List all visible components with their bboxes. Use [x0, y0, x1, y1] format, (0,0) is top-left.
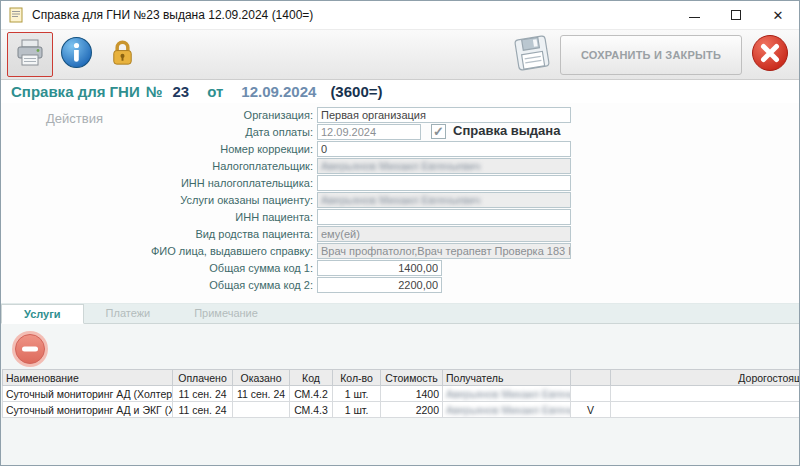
issuer-label: ФИО лица, выдавшего справку: — [97, 243, 313, 259]
cell-paid[interactable]: 11 сен. 24 — [173, 386, 233, 402]
taxpayer-inn-input[interactable] — [317, 175, 571, 191]
organization-row: Организация: — [1, 107, 799, 123]
cell-recipient[interactable]: Аверьянов Михаил Евгеньевич — [443, 402, 571, 418]
recipient-value: Аверьянов Михаил Евгеньевич — [446, 404, 571, 416]
taxpayer-label: Налогоплательщик: — [97, 158, 313, 174]
services-table: Наименование Оплачено Оказано Код Кол-во… — [2, 369, 800, 418]
col-header-name[interactable]: Наименование — [3, 370, 173, 386]
cell-paid[interactable]: 11 сен. 24 — [173, 402, 233, 418]
table-row[interactable]: Суточный мониторинг АД и ЭКГ (Холтер) 11… — [3, 402, 800, 418]
cell-recipient[interactable]: Аверьянов Михаил Евгеньевич — [443, 386, 571, 402]
patient-inn-input[interactable] — [317, 209, 571, 225]
col-header-cost[interactable]: Стоимость — [381, 370, 443, 386]
col-header-paid[interactable]: Оплачено — [173, 370, 233, 386]
floppy-disk-icon — [511, 32, 553, 78]
pay-date-row: Дата оплаты: ✓ Справка выдана — [1, 124, 799, 140]
window-title: Справка для ГНИ №23 выдана 12.09.2024 (1… — [32, 8, 313, 22]
taxpayer-inn-label: ИНН налогоплательщика: — [97, 175, 313, 191]
kinship-row: Вид родства пациента: ему(ей) — [1, 226, 799, 242]
cell-cost[interactable]: 2200 — [381, 402, 443, 418]
recipient-value: Аверьянов Михаил Евгеньевич — [446, 388, 571, 400]
services-tab-content: Наименование Оплачено Оказано Код Кол-во… — [1, 324, 799, 465]
window-controls: ✕ — [673, 1, 799, 29]
cell-qty[interactable]: 1 шт. — [333, 402, 381, 418]
doc-title-prefix: Справка для ГНИ — [11, 83, 140, 100]
document-header: Справка для ГНИ № 23 от 12.09.2024 (3600… — [1, 80, 799, 103]
maximize-button[interactable] — [715, 1, 757, 29]
lock-icon — [107, 37, 138, 72]
cell-name[interactable]: Суточный мониторинг АД (Холтер) — [3, 386, 173, 402]
cell-rendered[interactable]: 11 сен. 24 — [233, 386, 290, 402]
toolbar: СОХРАНИТЬ И ЗАКРЫТЬ — [1, 29, 799, 80]
col-header-rendered[interactable]: Оказано — [233, 370, 290, 386]
col-header-flag[interactable] — [571, 370, 611, 386]
cell-expensive[interactable] — [611, 386, 800, 402]
col-header-code[interactable]: Код — [290, 370, 333, 386]
cell-code[interactable]: СМ.4.3 — [290, 402, 333, 418]
total1-label: Общая сумма код 1: — [97, 260, 313, 276]
toolbar-right-group: СОХРАНИТЬ И ЗАКРЫТЬ — [509, 32, 793, 77]
red-close-icon — [750, 33, 790, 77]
col-header-expensive[interactable]: Дорогостоящ — [611, 370, 800, 386]
cell-code[interactable]: СМ.4.2 — [290, 386, 333, 402]
taxpayer-inn-row: ИНН налогоплательщика: — [1, 175, 799, 191]
issuer-row: ФИО лица, выдавшего справку: Врач профпа… — [1, 243, 799, 259]
print-button[interactable] — [7, 32, 53, 77]
total2-input[interactable] — [317, 277, 442, 293]
col-header-qty[interactable]: Кол-во — [333, 370, 381, 386]
issued-checkbox-label: Справка выдана — [453, 123, 560, 138]
cell-cost[interactable]: 1400 — [381, 386, 443, 402]
patient-value: Аверьянов Михаил Евгеньевич — [321, 194, 480, 206]
save-button[interactable] — [509, 32, 555, 77]
patient-inn-label: ИНН пациента: — [97, 209, 313, 225]
taxpayer-value: Аверьянов Михаил Евгеньевич — [321, 160, 480, 172]
close-form-button[interactable] — [747, 32, 793, 77]
table-row[interactable]: Суточный мониторинг АД (Холтер) 11 сен. … — [3, 386, 800, 402]
cell-name[interactable]: Суточный мониторинг АД и ЭКГ (Холтер) — [3, 402, 173, 418]
app-icon — [8, 7, 24, 23]
save-and-close-button[interactable]: СОХРАНИТЬ И ЗАКРЫТЬ — [560, 35, 742, 75]
close-button[interactable]: ✕ — [757, 1, 799, 29]
doc-amount: (3600=) — [330, 83, 382, 100]
pay-date-input[interactable] — [317, 124, 421, 140]
taxpayer-row: Налогоплательщик: Аверьянов Михаил Евген… — [1, 158, 799, 174]
correction-label: Номер коррекции: — [97, 141, 313, 157]
patient-label: Услуги оказаны пациенту: — [97, 192, 313, 208]
lock-button[interactable] — [99, 32, 145, 77]
taxpayer-field[interactable]: Аверьянов Михаил Евгеньевич — [317, 158, 571, 174]
cell-flag[interactable] — [571, 386, 611, 402]
correction-input[interactable] — [317, 141, 571, 157]
patient-field[interactable]: Аверьянов Михаил Евгеньевич — [317, 192, 571, 208]
issuer-field[interactable]: Врач профпатолог,Врач терапевт Проверка … — [317, 243, 571, 259]
remove-row-button[interactable] — [11, 330, 49, 368]
close-icon: ✕ — [773, 9, 784, 22]
total1-input[interactable] — [317, 260, 442, 276]
cell-expensive[interactable] — [611, 402, 800, 418]
kinship-label: Вид родства пациента: — [97, 226, 313, 242]
kinship-field[interactable]: ему(ей) — [317, 226, 571, 242]
info-button[interactable] — [53, 32, 99, 77]
total2-row: Общая сумма код 2: — [1, 277, 799, 293]
printer-icon — [14, 37, 46, 73]
maximize-icon — [731, 10, 741, 20]
col-header-recipient[interactable]: Получатель — [443, 370, 571, 386]
tab-payments[interactable]: Платежи — [84, 304, 173, 323]
app-window: Справка для ГНИ №23 выдана 12.09.2024 (1… — [0, 0, 800, 466]
patient-inn-row: ИНН пациента: — [1, 209, 799, 225]
cell-flag[interactable]: V — [571, 402, 611, 418]
table-header-row: Наименование Оплачено Оказано Код Кол-во… — [3, 370, 800, 386]
pay-date-label: Дата оплаты: — [97, 124, 313, 140]
issued-checkbox[interactable]: ✓ — [431, 124, 446, 139]
tab-services[interactable]: Услуги — [1, 304, 84, 324]
issuer-value: Врач профпатолог,Врач терапевт Проверка … — [321, 245, 571, 257]
organization-input[interactable] — [317, 107, 571, 123]
tab-note[interactable]: Примечание — [172, 304, 280, 323]
patient-row: Услуги оказаны пациенту: Аверьянов Михаи… — [1, 192, 799, 208]
cell-rendered[interactable] — [233, 402, 290, 418]
minimize-button[interactable] — [673, 1, 715, 29]
doc-number: 23 — [172, 83, 189, 100]
kinship-value: ему(ей) — [321, 228, 360, 240]
minimize-icon — [689, 17, 700, 18]
cell-qty[interactable]: 1 шт. — [333, 386, 381, 402]
titlebar: Справка для ГНИ №23 выдана 12.09.2024 (1… — [1, 1, 799, 29]
